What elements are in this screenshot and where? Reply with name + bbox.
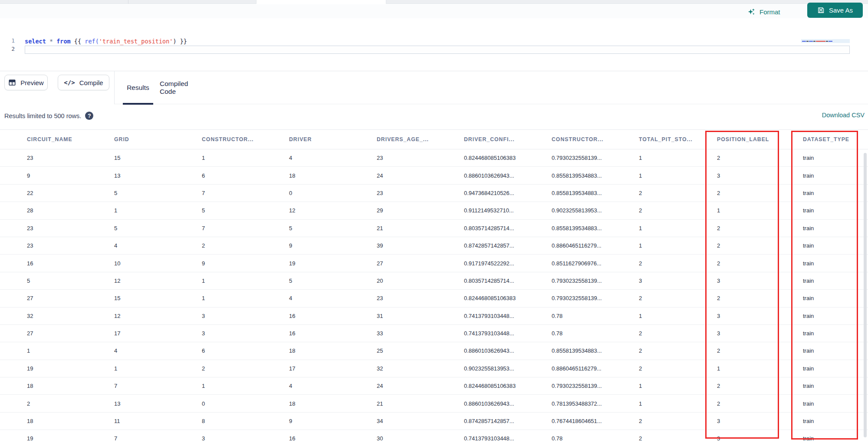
table-cell: 27 — [0, 295, 111, 301]
table-cell: 7 — [111, 435, 198, 442]
table-cell: 0.824468085106383 — [460, 155, 548, 161]
tab-compiled-code[interactable]: Compiled Code — [160, 71, 201, 104]
table-cell: 19 — [286, 260, 373, 267]
table-cell: 19 — [0, 365, 111, 372]
table-cell: 5 — [0, 278, 111, 284]
preview-button[interactable]: Preview — [4, 75, 48, 90]
table-cell: 2 — [635, 330, 713, 337]
table-cell: 2 — [635, 347, 713, 354]
save-as-button[interactable]: Save As — [807, 3, 863, 18]
table-cell: train — [799, 330, 868, 337]
table-cell: 2 — [713, 347, 799, 354]
table-cell: 2 — [635, 295, 713, 301]
sql-code-line[interactable]: select * from {{ ref('train_test_positio… — [25, 37, 187, 46]
table-cell: 4 — [111, 242, 198, 249]
code-token-brace: ) — [173, 38, 176, 45]
table-cell: 16 — [286, 435, 373, 442]
table-header-row: CIRCUIT_NAMEGRIDCONSTRUCTOR...DRIVERDRIV… — [0, 129, 868, 149]
save-icon — [817, 7, 825, 14]
table-cell: 18 — [0, 383, 111, 389]
table-cell: 1 — [635, 172, 713, 179]
code-token-plain — [46, 38, 49, 45]
preview-button-label: Preview — [20, 79, 43, 86]
table-cell: train — [799, 278, 868, 284]
table-cell: 34 — [373, 418, 460, 424]
table-row: 14618250.8860103626943...0.8558139534883… — [0, 342, 868, 360]
table-cell: 12 — [111, 278, 198, 284]
table-cell: 9 — [198, 260, 286, 267]
results-tabbar: Results Compiled Code — [115, 71, 868, 104]
table-cell: 1 — [635, 400, 713, 407]
code-token-brace: {{ — [74, 38, 85, 45]
active-line-cursor[interactable] — [25, 46, 850, 54]
code-token-operator: * — [49, 38, 53, 45]
table-cell: 2 — [713, 225, 799, 231]
table-row: 3212316310.7413793103448...0.7813train — [0, 307, 868, 325]
header-cell: CONSTRUCTOR... — [198, 136, 286, 142]
format-button[interactable]: Format — [747, 5, 780, 18]
table-cell: 0.824468085106383 — [460, 295, 548, 301]
table-cell: 2 — [635, 435, 713, 442]
table-cell: 23 — [373, 190, 460, 196]
table-cell: 20 — [373, 278, 460, 284]
table-cell: 9 — [0, 172, 111, 179]
code-token-function: ref( — [85, 38, 99, 45]
table-cell: 3 — [635, 278, 713, 284]
table-cell: 12 — [111, 313, 198, 319]
table-cell: 21 — [373, 225, 460, 231]
table-cell: 5 — [286, 278, 373, 284]
table-cell: 2 — [713, 242, 799, 249]
table-cell: train — [799, 172, 868, 179]
table-cell: 3 — [198, 313, 286, 319]
line-number-1: 1 — [6, 37, 15, 44]
table-row: 271514230.8244680851063830.7930232558139… — [0, 290, 868, 307]
help-icon[interactable]: ? — [85, 112, 93, 120]
table-cell: train — [799, 435, 868, 442]
table-cell: 6 — [198, 172, 286, 179]
compile-button[interactable]: </> Compile — [58, 75, 109, 90]
table-cell: 4 — [286, 383, 373, 389]
table-cell: 0.7813953488372... — [548, 400, 635, 407]
table-row: 213018210.8860103626943...0.781395348837… — [0, 395, 868, 412]
table-cell: 0.8558139534883... — [548, 225, 635, 231]
table-cell: 0.8860465116279... — [548, 365, 635, 372]
table-cell: 2 — [635, 207, 713, 214]
table-cell: 0.7930232558139... — [548, 278, 635, 284]
table-row: 281512290.9112149532710...0.902325581395… — [0, 202, 868, 219]
table-cell: 16 — [0, 260, 111, 267]
tab-results[interactable]: Results — [123, 71, 153, 104]
table-cell: 0.7413793103448... — [460, 313, 548, 319]
table-cell: 5 — [111, 190, 198, 196]
table-cell: 0.7930232558139... — [548, 383, 635, 389]
window-tab-strip — [0, 0, 868, 4]
table-cell: 0.8558139534883... — [548, 347, 635, 354]
sparkle-icon — [747, 8, 756, 16]
table-cell: 3 — [713, 418, 799, 424]
table-cell: 27 — [373, 260, 460, 267]
table-cell: 2 — [635, 418, 713, 424]
table-cell: 1 — [0, 347, 111, 354]
table-row: 2717316330.7413793103448...0.7823train — [0, 325, 868, 342]
table-cell: 7 — [198, 225, 286, 231]
table-cell: 4 — [111, 347, 198, 354]
table-cell: 0.7930232558139... — [548, 155, 635, 161]
table-cell: 27 — [0, 330, 111, 337]
download-csv-link[interactable]: Download CSV — [822, 112, 865, 119]
table-cell: 0.8742857142857... — [460, 418, 548, 424]
table-cell: 0 — [286, 190, 373, 196]
table-cell: 23 — [373, 295, 460, 301]
table-cell: train — [799, 155, 868, 161]
vertical-scrollbar[interactable] — [864, 153, 867, 437]
results-table: CIRCUIT_NAMEGRIDCONSTRUCTOR...DRIVERDRIV… — [0, 129, 868, 443]
table-cell: train — [799, 313, 868, 319]
tab-results-label: Results — [127, 84, 149, 92]
table-cell: 9 — [286, 418, 373, 424]
active-window-tab[interactable] — [256, 0, 386, 4]
table-cell: 32 — [373, 365, 460, 372]
sql-code-editor[interactable]: 1 2 select * from {{ ref('train_test_pos… — [0, 18, 868, 71]
table-cell: train — [799, 418, 868, 424]
table-cell: 0.9112149532710... — [460, 207, 548, 214]
table-cell: 0.78 — [548, 313, 635, 319]
table-cell: 5 — [198, 207, 286, 214]
table-cell: 0.78 — [548, 435, 635, 442]
